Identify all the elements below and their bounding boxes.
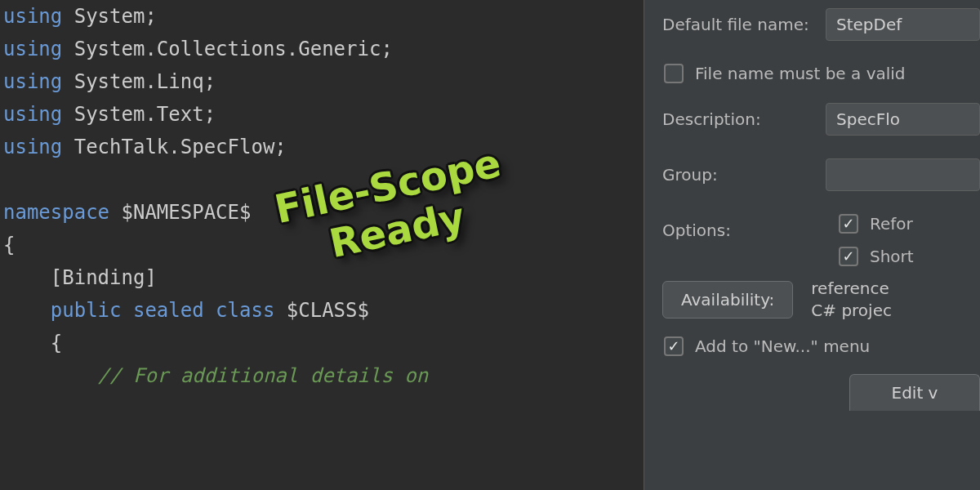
availability-text-line: reference bbox=[811, 278, 892, 300]
code-line: namespace $NAMESPACE$ bbox=[3, 196, 644, 229]
availability-text: reference C# projec bbox=[811, 278, 892, 322]
default-file-name-input[interactable] bbox=[826, 8, 980, 41]
settings-panel: Default file name: File name must be a v… bbox=[644, 0, 980, 490]
keyword-class: class bbox=[216, 299, 274, 322]
semicolon: ; bbox=[204, 70, 216, 93]
template-placeholder: $CLASS$ bbox=[287, 299, 369, 322]
code-line: public sealed class $CLASS$ bbox=[3, 294, 644, 327]
options-block: Options: Refor Short bbox=[662, 214, 980, 266]
identifier: System.Linq bbox=[74, 70, 204, 93]
options-label: Options: bbox=[662, 214, 839, 240]
code-line: using TechTalk.SpecFlow; bbox=[3, 131, 644, 163]
default-file-name-label: Default file name: bbox=[662, 15, 826, 34]
add-to-new-label: Add to "New..." menu bbox=[695, 336, 870, 356]
edit-button[interactable]: Edit v bbox=[849, 374, 980, 411]
code-line: using System.Text; bbox=[3, 98, 644, 131]
code-line-blank bbox=[3, 163, 644, 196]
description-label: Description: bbox=[662, 109, 826, 129]
shorten-label: Short bbox=[870, 247, 914, 266]
open-brace: { bbox=[3, 234, 15, 256]
comment: // For additional details on bbox=[98, 364, 429, 387]
keyword-using: using bbox=[3, 70, 62, 93]
code-line: using System; bbox=[3, 0, 644, 33]
open-brace: { bbox=[51, 332, 62, 354]
semicolon: ; bbox=[274, 136, 286, 158]
group-row: Group: bbox=[662, 158, 980, 191]
keyword-namespace: namespace bbox=[3, 201, 109, 224]
code-line: using System.Collections.Generic; bbox=[3, 33, 644, 65]
code-editor[interactable]: using System; using System.Collections.G… bbox=[0, 0, 644, 490]
keyword-using: using bbox=[3, 5, 62, 28]
semicolon: ; bbox=[204, 103, 216, 126]
group-label: Group: bbox=[662, 165, 826, 185]
default-file-name-row: Default file name: bbox=[662, 8, 980, 41]
identifier: TechTalk.SpecFlow bbox=[74, 136, 275, 158]
code-line: [Binding] bbox=[3, 261, 644, 294]
keyword-sealed: sealed bbox=[133, 299, 204, 322]
group-input[interactable] bbox=[826, 158, 980, 191]
file-name-valid-row: File name must be a valid bbox=[664, 64, 980, 83]
reformat-checkbox[interactable] bbox=[839, 214, 858, 234]
file-name-valid-label: File name must be a valid bbox=[695, 64, 906, 83]
code-line: // For additional details on bbox=[3, 359, 644, 392]
options-list: Refor Short bbox=[839, 214, 914, 266]
option-shorten: Short bbox=[839, 247, 914, 266]
edit-button-row: Edit v bbox=[662, 374, 980, 411]
semicolon: ; bbox=[381, 38, 392, 60]
file-name-valid-checkbox[interactable] bbox=[664, 64, 684, 83]
code-line: using System.Linq; bbox=[3, 65, 644, 98]
keyword-using: using bbox=[3, 103, 62, 126]
keyword-using: using bbox=[3, 38, 62, 60]
semicolon: ; bbox=[145, 5, 156, 28]
identifier: System.Text bbox=[74, 103, 204, 126]
code-line: { bbox=[3, 229, 644, 261]
availability-text-line: C# projec bbox=[811, 300, 892, 322]
availability-row: Availability: reference C# projec bbox=[662, 278, 980, 322]
identifier: System.Collections.Generic bbox=[74, 38, 381, 60]
code-line: { bbox=[3, 327, 644, 359]
attribute: [Binding] bbox=[51, 266, 157, 289]
keyword-public: public bbox=[51, 299, 122, 322]
reformat-label: Refor bbox=[870, 214, 913, 234]
description-row: Description: bbox=[662, 103, 980, 136]
shorten-checkbox[interactable] bbox=[839, 247, 858, 266]
option-reformat: Refor bbox=[839, 214, 914, 234]
description-input[interactable] bbox=[826, 103, 980, 136]
add-to-new-row: Add to "New..." menu bbox=[664, 336, 980, 356]
keyword-using: using bbox=[3, 136, 62, 158]
identifier: System bbox=[74, 5, 145, 28]
availability-button[interactable]: Availability: bbox=[662, 281, 793, 318]
add-to-new-checkbox[interactable] bbox=[664, 336, 684, 356]
template-placeholder: $NAMESPACE$ bbox=[122, 201, 252, 224]
